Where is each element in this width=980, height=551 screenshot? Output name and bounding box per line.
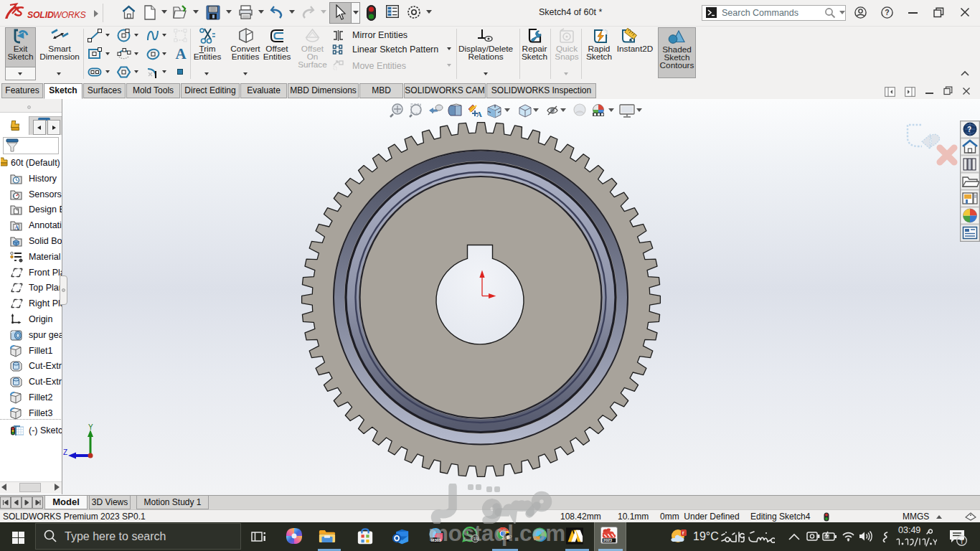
svg-text:19: 19 <box>473 537 479 541</box>
svg-text:A: A <box>476 110 482 118</box>
svg-text:WORKS: WORKS <box>53 10 86 20</box>
svg-text:?: ? <box>885 8 889 17</box>
svg-text:Y: Y <box>88 423 93 431</box>
svg-text:T: T <box>960 537 964 545</box>
svg-text:Z: Z <box>63 448 67 456</box>
svg-text:2023: 2023 <box>603 538 612 542</box>
svg-text:M365: M365 <box>431 538 442 542</box>
svg-text:SOLID: SOLID <box>27 10 54 20</box>
svg-text:?: ? <box>967 126 971 133</box>
svg-text:A: A <box>14 225 19 231</box>
svg-text:r: r <box>682 530 684 535</box>
